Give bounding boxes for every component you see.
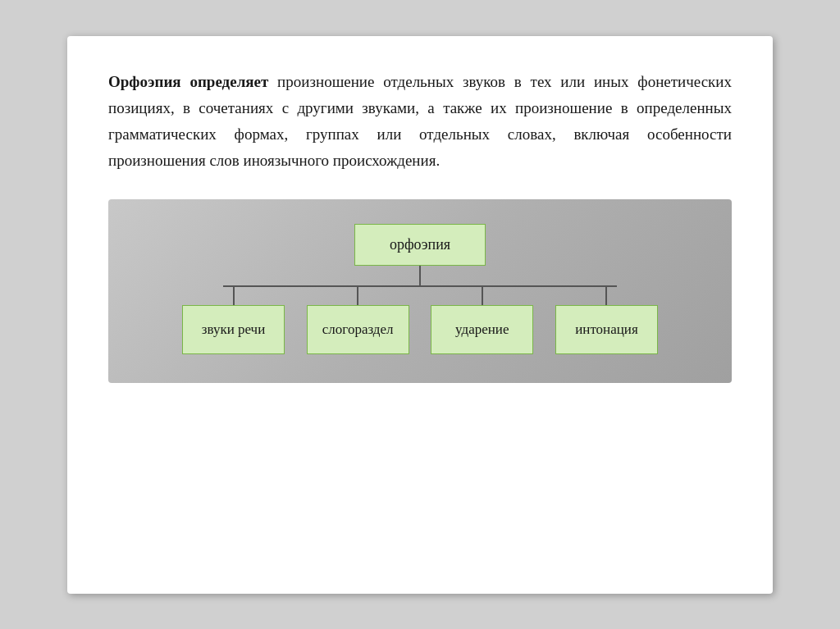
bold-intro: Орфоэпия определяет: [108, 73, 268, 90]
leaf-node-2: слогораздел: [307, 305, 409, 354]
branches: звуки речи слогораздел ударение интонаци…: [182, 285, 658, 354]
leaf-node-4: интонация: [555, 305, 658, 354]
branch-1: звуки речи: [182, 285, 285, 354]
tree-top: орфоэпия: [354, 224, 486, 266]
leaf-node-1: звуки речи: [182, 305, 285, 354]
branch-2: слогораздел: [307, 285, 409, 354]
main-paragraph: Орфоэпия определяет произношение отдельн…: [108, 69, 732, 175]
connector-area: звуки речи слогораздел ударение интонаци…: [125, 266, 715, 354]
branch-line-3: [482, 285, 483, 305]
root-vertical-line: [419, 266, 421, 285]
leaf-node-3: ударение: [431, 305, 533, 354]
branch-3: ударение: [431, 285, 533, 354]
branch-line-4: [605, 285, 607, 305]
root-node: орфоэпия: [354, 224, 486, 266]
diagram-container: орфоэпия звуки речи слогораздел ударени: [108, 199, 732, 383]
branch-4: интонация: [555, 285, 658, 354]
branch-line-2: [357, 285, 358, 305]
slide: Орфоэпия определяет произношение отдельн…: [67, 36, 773, 594]
branch-line-1: [233, 285, 235, 305]
horizontal-bar: [223, 285, 617, 287]
